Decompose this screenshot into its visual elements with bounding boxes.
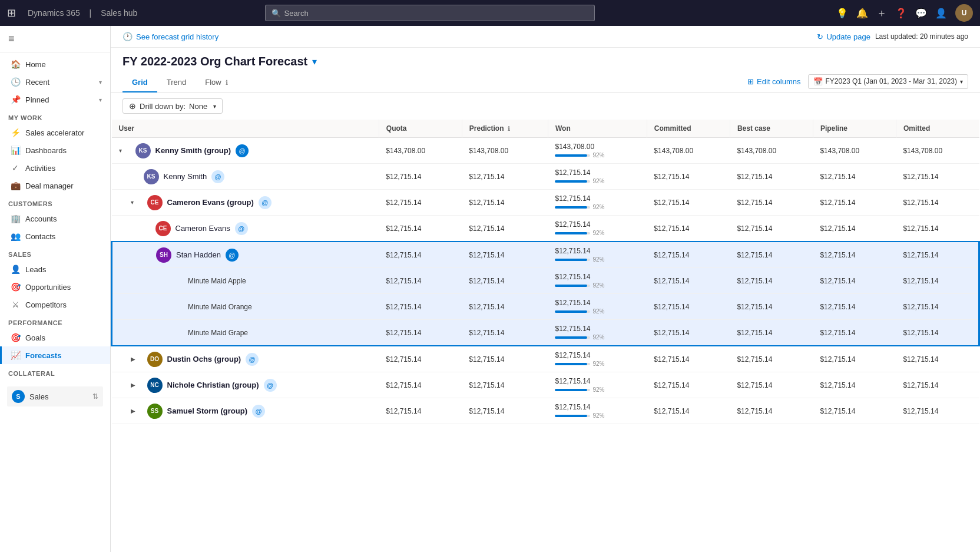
user-avatar: SH — [156, 247, 171, 263]
search-bar[interactable]: 🔍 — [265, 5, 595, 21]
pipeline-cell: $12,715.14 — [813, 164, 896, 190]
user-action-icon[interactable]: @ — [235, 222, 248, 235]
tab-grid[interactable]: Grid — [122, 73, 157, 92]
forecast-history-btn[interactable]: 🕐 See forecast grid history — [122, 32, 218, 41]
expand-chevron-icon[interactable]: ▾ — [131, 199, 143, 206]
user-action-icon[interactable]: @ — [259, 196, 272, 209]
person-icon[interactable]: 👤 — [935, 8, 947, 19]
sidebar-item-goals[interactable]: 🎯 Goals — [0, 329, 110, 346]
customers-section-header: Customers — [0, 194, 110, 210]
won-cell: $12,715.14 92% — [548, 268, 647, 294]
top-nav: ⊞ Dynamics 365 | Sales hub 🔍 💡 🔔 ＋ ❓ 💬 👤… — [0, 0, 980, 26]
sidebar-item-label: Leads — [25, 265, 46, 274]
quota-cell: $12,715.14 — [379, 268, 462, 294]
user-cell: CECameron Evans@ — [112, 216, 379, 242]
chat-icon[interactable]: 💬 — [915, 8, 927, 19]
sidebar-item-competitors[interactable]: ⚔ Competitors — [0, 296, 110, 313]
expand-chevron-icon[interactable]: ▶ — [131, 356, 143, 362]
tab-flow-label: Flow — [205, 78, 221, 87]
table-row[interactable]: ▾CECameron Evans (group)@$12,715.14$12,7… — [112, 190, 979, 216]
update-page-button[interactable]: ↻ Update page — [817, 32, 870, 41]
table-row[interactable]: ▶SSSamuel Storm (group)@$12,715.14$12,71… — [112, 398, 979, 424]
expand-chevron-icon[interactable]: ▶ — [131, 408, 143, 414]
user-action-icon[interactable]: @ — [236, 144, 249, 157]
sidebar-item-label: Dashboards — [25, 146, 67, 155]
user-cell: SHStan Hadden@ — [112, 242, 379, 268]
waffle-icon[interactable]: ⊞ — [7, 6, 16, 19]
sales-section-header: Sales — [0, 245, 110, 260]
avatar[interactable]: U — [955, 4, 973, 22]
forecasts-icon: 📈 — [10, 351, 21, 360]
won-cell: $12,715.14 92% — [548, 320, 647, 346]
sidebar-item-deal-manager[interactable]: 💼 Deal manager — [0, 177, 110, 194]
col-best-case: Best case — [730, 120, 813, 138]
best-case-cell: $12,715.14 — [730, 242, 813, 268]
lightbulb-icon[interactable]: 💡 — [836, 8, 848, 19]
pipeline-cell: $12,715.14 — [813, 294, 896, 320]
forecast-title-dropdown-icon[interactable]: ▾ — [312, 56, 317, 67]
sidebar-item-label: Sales accelerator — [25, 128, 84, 137]
sidebar-item-label: Forecasts — [25, 351, 61, 360]
table-row[interactable]: Minute Maid Apple$12,715.14$12,715.14 $1… — [112, 268, 979, 294]
table-row[interactable]: ▾KSKenny Smith (group)@$143,708.00$143,7… — [112, 138, 979, 164]
expand-chevron-icon[interactable]: ▾ — [119, 147, 131, 154]
table-row[interactable]: SHStan Hadden@$12,715.14$12,715.14 $12,7… — [112, 242, 979, 268]
help-icon[interactable]: ❓ — [895, 8, 907, 19]
search-input[interactable] — [284, 9, 588, 18]
col-pipeline: Pipeline — [813, 120, 896, 138]
search-icon: 🔍 — [272, 9, 281, 18]
quota-cell: $12,715.14 — [379, 346, 462, 372]
user-action-icon[interactable]: @ — [246, 353, 259, 366]
user-action-icon[interactable]: @ — [252, 405, 265, 418]
expand-chevron-icon[interactable]: ▶ — [131, 382, 143, 388]
hamburger-icon[interactable]: ≡ — [6, 31, 104, 48]
prediction-cell: $12,715.14 — [462, 346, 548, 372]
sidebar-group-sales[interactable]: S Sales ⇅ — [7, 386, 103, 406]
table-row[interactable]: KSKenny Smith@$12,715.14$12,715.14 $12,7… — [112, 164, 979, 190]
tab-flow[interactable]: Flow ℹ — [196, 73, 237, 92]
table-row[interactable]: CECameron Evans@$12,715.14$12,715.14 $12… — [112, 216, 979, 242]
forecast-title-row: FY 2022-2023 Org Chart Forecast ▾ — [111, 48, 980, 68]
user-cell: Minute Maid Apple — [112, 268, 379, 294]
sidebar-item-activities[interactable]: ✓ Activities — [0, 159, 110, 177]
bell-icon[interactable]: 🔔 — [856, 8, 868, 19]
sidebar-item-dashboards[interactable]: 📊 Dashboards — [0, 141, 110, 159]
sidebar-item-leads[interactable]: 👤 Leads — [0, 260, 110, 278]
group-avatar: S — [12, 390, 25, 403]
table-row[interactable]: Minute Maid Orange$12,715.14$12,715.14 $… — [112, 294, 979, 320]
table-row[interactable]: ▶DODustin Ochs (group)@$12,715.14$12,715… — [112, 346, 979, 372]
user-action-icon[interactable]: @ — [211, 170, 224, 183]
committed-cell: $143,708.00 — [647, 138, 730, 164]
best-case-cell: $12,715.14 — [730, 320, 813, 346]
recent-icon: 🕒 — [10, 77, 21, 87]
sidebar-item-contacts[interactable]: 👥 Contacts — [0, 227, 110, 245]
sidebar-item-opportunities[interactable]: 🎯 Opportunities — [0, 278, 110, 296]
table-row[interactable]: ▶NCNichole Christian (group)@$12,715.14$… — [112, 372, 979, 398]
period-selector[interactable]: 📅 FY2023 Q1 (Jan 01, 2023 - Mar 31, 2023… — [808, 74, 968, 89]
sidebar-top: ≡ — [0, 26, 110, 53]
sidebar-item-label: Opportunities — [25, 283, 71, 292]
sidebar-item-sales-accelerator[interactable]: ⚡ Sales accelerator — [0, 124, 110, 141]
sidebar-item-recent[interactable]: 🕒 Recent ▾ — [0, 73, 110, 91]
sidebar-item-home[interactable]: 🏠 Home — [0, 55, 110, 73]
committed-cell: $12,715.14 — [647, 346, 730, 372]
plus-icon[interactable]: ＋ — [876, 6, 887, 20]
competitors-icon: ⚔ — [10, 300, 21, 309]
drill-down-selector[interactable]: ⊕ Drill down by: None ▾ — [122, 98, 223, 114]
drill-down-chevron-icon: ▾ — [213, 103, 216, 110]
won-cell: $12,715.14 92% — [548, 398, 647, 424]
quota-cell: $12,715.14 — [379, 398, 462, 424]
sidebar-item-label: Competitors — [25, 300, 67, 309]
top-nav-icons: 💡 🔔 ＋ ❓ 💬 👤 U — [836, 4, 973, 22]
pipeline-cell: $12,715.14 — [813, 320, 896, 346]
sidebar-item-accounts[interactable]: 🏢 Accounts — [0, 210, 110, 227]
table-row[interactable]: Minute Maid Grape$12,715.14$12,715.14 $1… — [112, 320, 979, 346]
sidebar-item-forecasts[interactable]: 📈 Forecasts — [0, 346, 110, 364]
user-action-icon[interactable]: @ — [226, 249, 239, 262]
omitted-cell: $12,715.14 — [896, 268, 979, 294]
user-action-icon[interactable]: @ — [264, 379, 277, 392]
tab-trend[interactable]: Trend — [157, 73, 196, 92]
sidebar-item-label: Recent — [25, 78, 49, 87]
sidebar-item-pinned[interactable]: 📌 Pinned ▾ — [0, 91, 110, 108]
edit-columns-button[interactable]: ⊞ Edit columns — [747, 77, 800, 86]
